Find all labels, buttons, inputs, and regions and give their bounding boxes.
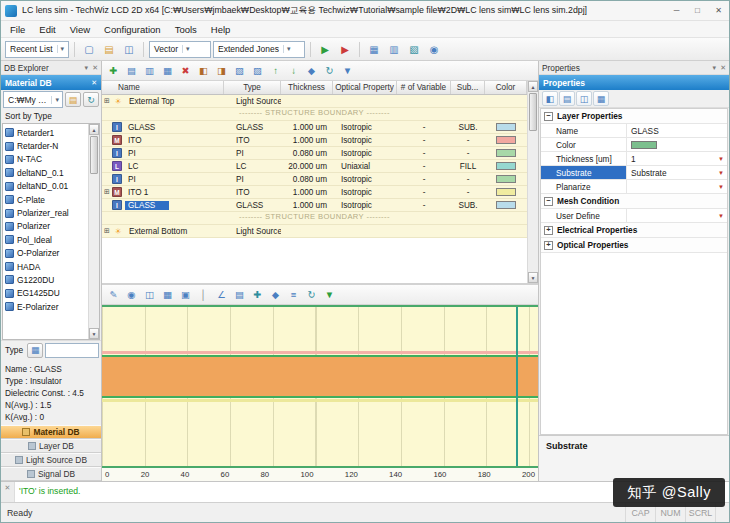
layer-row[interactable]: L LC LC 20.000 um Uniaxial - FILL [102,160,527,173]
scroll-up-icon[interactable]: ▲ [89,124,99,135]
layer-color-swatch[interactable] [496,175,516,183]
layer-color-swatch[interactable] [496,136,516,144]
close-button[interactable]: ✕ [708,2,729,20]
expander-icon[interactable]: ⊞ [102,188,112,196]
db-tab[interactable]: Layer DB [1,439,101,453]
close-panel-icon[interactable]: ✕ [720,64,726,72]
property-row-name[interactable]: Name GLASS [541,124,727,138]
collapse-icon[interactable] [544,197,553,206]
material-list-item[interactable]: Polarizer_real [3,206,88,219]
layer-row[interactable]: I GLASS GLASS 1.000 um Isotropic - SUB. [102,121,527,134]
copy-layer-icon[interactable]: ▦ [159,62,176,79]
info-icon[interactable]: ◉ [425,40,443,58]
layer-row[interactable]: I PI PI 0.080 um Isotropic - - [102,173,527,186]
insert-below-icon[interactable]: ▥ [141,62,158,79]
run-all-icon[interactable]: ▶ [336,40,354,58]
layer-color-swatch[interactable] [496,162,516,170]
property-row-color[interactable]: Color [541,138,727,152]
recent-list-combo[interactable]: Recent List [5,41,69,58]
material-list-item[interactable]: Retarder-N [3,139,88,152]
angle-icon[interactable]: ∠ [213,286,230,303]
material-list-item[interactable]: HADA [3,260,88,273]
pin-icon[interactable]: ▾ [713,64,717,72]
layers-view-icon[interactable]: ▤ [231,286,248,303]
minimize-button[interactable]: ─ [666,2,687,20]
new-file-icon[interactable]: ▢ [80,40,98,58]
close-icon[interactable]: ✕ [91,79,97,87]
property-pages-icon[interactable]: ◫ [576,91,592,106]
refresh-icon[interactable]: ↻ [321,62,338,79]
db-tab[interactable]: Light Source DB [1,453,101,467]
scroll-down-icon[interactable]: ▼ [528,272,538,283]
menu-item[interactable]: Tools [168,21,204,37]
menu-item[interactable]: View [63,21,97,37]
dropdown-arrow-icon[interactable] [718,213,727,219]
type-filter-input[interactable] [45,343,99,358]
property-row-planarize[interactable]: Planarize [541,180,727,194]
grid-toggle-icon[interactable]: ▦ [159,286,176,303]
pattern-layer-icon[interactable]: ▧ [231,62,248,79]
db-tab[interactable]: Material DB [1,425,101,439]
move-up-icon[interactable]: ↑ [267,62,284,79]
save-file-icon[interactable]: ◫ [120,40,138,58]
dropdown-arrow-icon[interactable] [718,156,727,162]
zoom-icon[interactable]: ◉ [123,286,140,303]
alphabetical-icon[interactable]: ▤ [559,91,575,106]
menu-item[interactable]: File [3,21,32,37]
collapse-icon[interactable] [544,112,553,121]
pin-panel-icon[interactable]: ▦ [593,91,609,106]
property-row-user-define[interactable]: User Define [541,209,727,223]
external-bottom-row[interactable]: ⊞ ☀ External Bottom Light Source [102,225,527,238]
add-layer-icon[interactable]: ✚ [105,62,122,79]
browse-folder-icon[interactable]: ▤ [65,92,81,107]
type-filter-icon[interactable]: ▦ [27,343,43,358]
menu-item[interactable]: Help [204,21,238,37]
close-panel-icon[interactable]: ✕ [92,64,98,72]
material-list-item[interactable]: Polarizer [3,220,88,233]
refresh-db-icon[interactable]: ↻ [83,92,99,107]
section-mesh-condition[interactable]: Mesh Condition [541,194,727,209]
split-layer-icon[interactable]: ◧ [195,62,212,79]
layer-row[interactable]: I PI PI 0.080 um Isotropic - - [102,147,527,160]
material-list-item[interactable]: G1220DU [3,273,88,286]
result-graph-icon[interactable]: ▥ [385,40,403,58]
material-list-item[interactable]: N-TAC [3,153,88,166]
lc-layer-band[interactable] [102,355,538,398]
apply-down-icon[interactable]: ▼ [339,62,356,79]
scroll-thumb[interactable] [529,93,537,131]
expander-icon[interactable]: ⊞ [102,97,112,105]
anchor-icon[interactable]: ◆ [303,62,320,79]
delete-layer-icon[interactable]: ✖ [177,62,194,79]
ruler-icon[interactable]: │ [195,286,212,303]
maximize-button[interactable]: □ [687,2,708,20]
report-icon[interactable]: ▧ [405,40,423,58]
menu-item[interactable]: Configuration [97,21,168,37]
scroll-down-icon[interactable]: ▼ [89,328,99,339]
categorized-icon[interactable]: ◧ [542,91,558,106]
material-list-item[interactable]: EG1425DU [3,287,88,300]
zoom-window-icon[interactable]: ◫ [141,286,158,303]
axes-icon[interactable]: ✚ [249,286,266,303]
cross-section-view[interactable] [102,305,538,468]
fit-view-icon[interactable]: ▣ [177,286,194,303]
section-electrical-properties[interactable]: Electrical Properties [541,223,727,238]
dropdown-arrow-icon[interactable] [718,184,727,190]
material-list-item[interactable]: Retarder1 [3,126,88,139]
layer-row[interactable]: M ITO ITO 1.000 um Isotropic - - [102,134,527,147]
layer-row[interactable]: ⊞ M ITO 1 ITO 1.000 um Isotropic - - [102,186,527,199]
material-list-item[interactable]: deltaND_0.1 [3,166,88,179]
db-path-combo[interactable]: C:₩My Tech [3,91,63,108]
section-layer-properties[interactable]: Layer Properties [541,109,727,124]
snap-icon[interactable]: ◆ [267,286,284,303]
external-top-row[interactable]: ⊞ ☀ External Top Light Source [102,95,527,108]
insert-above-icon[interactable]: ▤ [123,62,140,79]
pin-icon[interactable]: ▾ [85,64,89,72]
mask-layer-icon[interactable]: ▨ [249,62,266,79]
result-table-icon[interactable]: ▦ [365,40,383,58]
material-list-item[interactable]: Pol_Ideal [3,233,88,246]
layer-color-value-swatch[interactable] [631,141,657,149]
export-view-icon[interactable]: ▼ [321,286,338,303]
material-list-item[interactable]: E-Polarizer [3,300,88,313]
material-list-scrollbar[interactable]: ▲ ▼ [88,124,99,339]
dropdown-arrow-icon[interactable] [718,170,727,176]
